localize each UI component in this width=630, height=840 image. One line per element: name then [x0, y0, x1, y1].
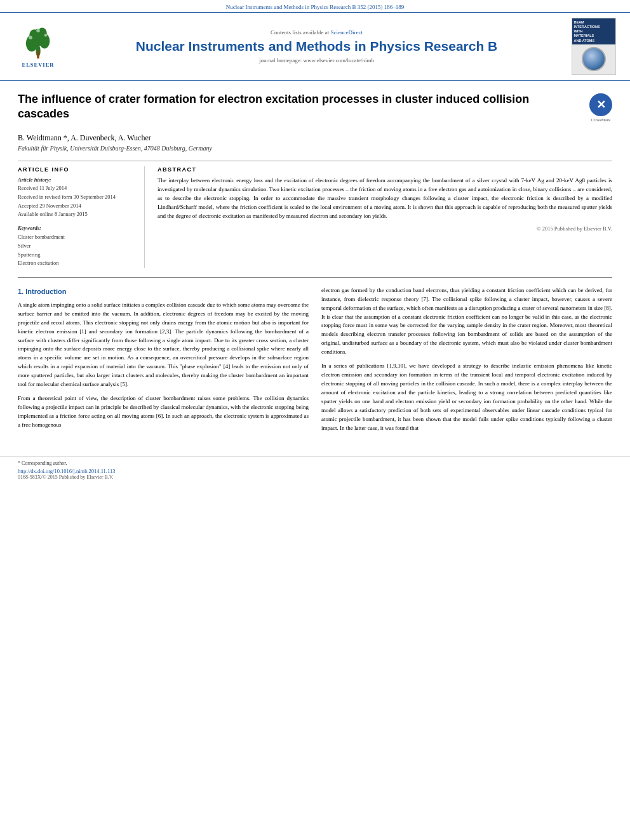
- cover-top: BEAM INTERACTIONS WITH MATERIALS AND ATO…: [572, 18, 615, 44]
- abstract-copyright: © 2015 Published by Elsevier B.V.: [158, 225, 612, 232]
- keyword-3: Sputtering: [18, 251, 131, 260]
- cover-image-area: [572, 44, 615, 74]
- footer: * Corresponding author. http://dx.doi.or…: [0, 456, 630, 484]
- keywords-section: Keywords: Cluster bombardment Silver Spu…: [18, 225, 131, 267]
- journal-cover: BEAM INTERACTIONS WITH MATERIALS AND ATO…: [570, 18, 617, 75]
- sciencedirect-anchor[interactable]: ScienceDirect: [331, 29, 363, 36]
- cover-box: BEAM INTERACTIONS WITH MATERIALS AND ATO…: [572, 18, 616, 75]
- svg-point-9: [36, 29, 40, 32]
- abstract-heading: ABSTRACT: [158, 166, 612, 173]
- info-abstract-columns: ARTICLE INFO Article history: Received 1…: [18, 161, 612, 268]
- article-title: The influence of crater formation for el…: [18, 92, 612, 122]
- cover-line4: MATERIALS: [574, 34, 613, 38]
- journal-title-center: Contents lists available at ScienceDirec…: [74, 18, 560, 75]
- section1-title: Introduction: [25, 288, 66, 295]
- article-area: ✕ CrossMark The influence of crater form…: [0, 81, 630, 450]
- accepted-date: Accepted 29 November 2014: [18, 203, 131, 210]
- body-para-3: electron gas formed by the conduction ba…: [321, 286, 612, 357]
- cover-line2: INTERACTIONS: [574, 25, 613, 29]
- cover-line1: BEAM: [574, 20, 613, 25]
- title-row: ✕ CrossMark The influence of crater form…: [18, 92, 612, 128]
- revised-date: Received in revised form 30 September 20…: [18, 194, 131, 201]
- crossmark-label: CrossMark: [589, 117, 612, 123]
- article-info-heading: ARTICLE INFO: [18, 166, 131, 173]
- keyword-4: Electron excitation: [18, 259, 131, 268]
- svg-rect-6: [37, 50, 39, 58]
- section1-heading: 1. Introduction: [18, 286, 309, 297]
- section-divider: [18, 277, 612, 277]
- sciencedirect-link[interactable]: Contents lists available at ScienceDirec…: [271, 29, 363, 36]
- body-columns: 1. Introduction A single atom impinging …: [18, 286, 612, 438]
- elsevier-logo: ELSEVIER: [13, 18, 64, 75]
- keyword-1: Cluster bombardment: [18, 233, 131, 242]
- crossmark-circle: ✕: [589, 93, 612, 116]
- article-history-heading: Article history:: [18, 177, 131, 183]
- abstract-panel: ABSTRACT The interplay between electroni…: [145, 166, 612, 268]
- doi-link[interactable]: http://dx.doi.org/10.1016/j.nimb.2014.11…: [18, 468, 612, 474]
- page: Nuclear Instruments and Methods in Physi…: [0, 0, 630, 840]
- corresponding-author-note: * Corresponding author.: [18, 460, 612, 466]
- journal-homepage: journal homepage: www.elsevier.com/locat…: [259, 57, 374, 63]
- authors-text: B. Weidtmann *, A. Duvenbeck, A. Wucher: [18, 133, 151, 142]
- elsevier-tree-icon: [21, 25, 56, 60]
- journal-header: ELSEVIER Contents lists available at Sci…: [0, 12, 630, 81]
- svg-point-7: [29, 36, 32, 39]
- crossmark-icon: ✕: [596, 99, 606, 110]
- body-para-4: In a series of publications [1,9,10], we…: [321, 362, 612, 433]
- sciencedirect-label: Contents lists available at: [271, 29, 329, 36]
- journal-name: Nuclear Instruments and Methods in Physi…: [136, 38, 498, 54]
- affiliation-line: Fakultät für Physik, Universität Duisbur…: [18, 145, 612, 152]
- body-col-right: electron gas formed by the conduction ba…: [321, 286, 612, 438]
- elsevier-label: ELSEVIER: [22, 62, 55, 68]
- keyword-2: Silver: [18, 242, 131, 251]
- cover-line3: WITH: [574, 29, 613, 34]
- article-info-panel: ARTICLE INFO Article history: Received 1…: [18, 166, 145, 268]
- issn-line: 0168-583X/© 2015 Published by Elsevier B…: [18, 474, 612, 480]
- body-col-left: 1. Introduction A single atom impinging …: [18, 286, 309, 438]
- journal-citation: Nuclear Instruments and Methods in Physi…: [226, 4, 404, 10]
- authors-line: B. Weidtmann *, A. Duvenbeck, A. Wucher: [18, 133, 612, 143]
- received-date: Received 11 July 2014: [18, 185, 131, 192]
- svg-point-8: [44, 34, 47, 37]
- available-date: Available online 8 January 2015: [18, 211, 131, 218]
- section1-number: 1.: [18, 288, 23, 295]
- crossmark-badge: ✕ CrossMark: [589, 93, 612, 123]
- journal-citation-bar: Nuclear Instruments and Methods in Physi…: [0, 0, 630, 12]
- cover-image-circle: [582, 47, 606, 71]
- keywords-heading: Keywords:: [18, 225, 131, 231]
- body-para-1: A single atom impinging onto a solid sur…: [18, 301, 309, 389]
- body-para-2: From a theoretical point of view, the de…: [18, 394, 309, 430]
- homepage-label: journal homepage: www.elsevier.com/locat…: [259, 57, 374, 63]
- cover-line5: AND ATOMS: [574, 39, 613, 43]
- abstract-text: The interplay between electronic energy …: [158, 177, 612, 221]
